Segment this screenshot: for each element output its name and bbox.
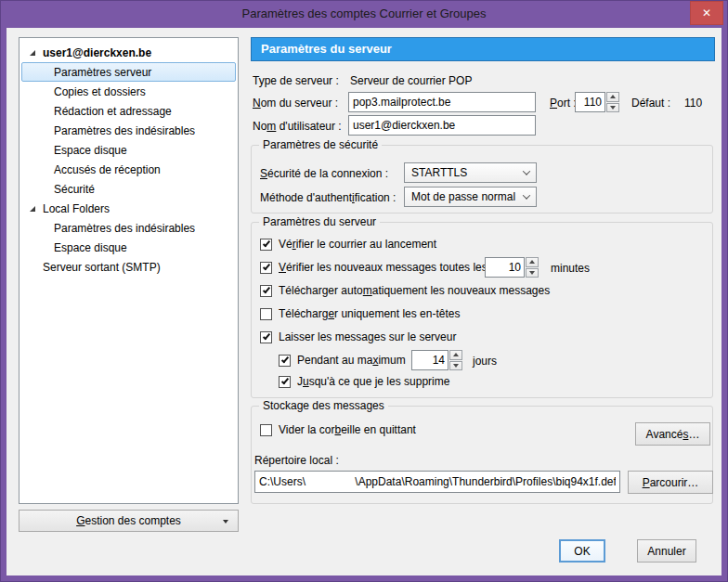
check-icon [262,286,269,294]
server-type-value: Serveur de courrier POP [350,74,472,87]
sidebar-item-label: Rédaction et adressage [54,105,172,118]
verify-at-startup-checkbox[interactable] [260,239,272,251]
arrow-down-icon [610,106,616,112]
leave-on-server-checkbox[interactable] [260,331,272,343]
check-interval-label[interactable]: Vérifier les nouveaux messages toutes le… [279,261,488,274]
message-storage-legend: Stockage des messages [259,399,388,412]
server-name-input[interactable] [348,92,536,112]
sidebar-item-junk-settings[interactable]: Paramètres des indésirables [21,121,236,140]
sidebar-item-disk-space[interactable]: Espace disque [21,140,236,160]
auth-method-label: Méthode d'authentification : [260,191,396,204]
sidebar-item-local-disk-space[interactable]: Espace disque [21,238,236,257]
empty-trash-label[interactable]: Vider la corbeille en quittant [279,423,416,436]
port-default-value: 110 [684,97,702,110]
arrow-up-icon [610,92,616,98]
connection-security-select[interactable]: STARTTLS [404,162,537,183]
arrow-up-icon [529,257,535,264]
sidebar-item-label: Paramètres des indésirables [54,222,195,235]
sidebar-item-label: Espace disque [54,144,127,157]
sidebar-item-account-root[interactable]: user1@dierckxen.be [21,43,236,62]
security-settings-legend: Paramètres de sécurité [259,138,382,151]
advanced-button[interactable]: Avancés… [635,422,710,446]
auto-download-label[interactable]: Télécharger automatiquement les nouveaux… [279,284,550,297]
port-spinner [575,92,619,112]
port-spin-down-button[interactable] [606,103,619,113]
close-icon: ✕ [702,6,711,19]
tree-expander-icon[interactable] [30,206,35,212]
interval-spin-up-button[interactable] [526,257,539,267]
sidebar-item-label: Paramètres des indésirables [54,124,195,137]
check-icon [262,263,269,271]
max-days-spinner [411,350,462,370]
window-title: Paramètres des comptes Courrier et Group… [0,0,728,28]
browse-button-label: Parcourir… [643,476,699,489]
sidebar-item-composition-addressing[interactable]: Rédaction et adressage [21,101,236,121]
check-interval-checkbox[interactable] [260,262,272,274]
max-days-label[interactable]: Pendant au maximum [297,354,406,367]
sidebar-item-copies-folders[interactable]: Copies et dossiers [21,82,236,101]
server-settings-legend: Paramètres du serveur [259,215,380,228]
close-button[interactable]: ✕ [690,1,723,25]
dialog-body: user1@dierckxen.beParamètres serveurCopi… [6,28,722,576]
sidebar-item-return-receipts[interactable]: Accusés de réception [21,160,236,179]
account-actions-button[interactable]: Gestion des comptes [19,510,239,532]
sidebar-item-server-settings[interactable]: Paramètres serveur [21,62,236,82]
until-deleted-label[interactable]: Jusqu'à ce que je les supprime [297,375,449,388]
cancel-button[interactable]: Annuler [637,539,696,563]
days-spin-up-button[interactable] [449,350,462,360]
until-deleted-checkbox[interactable] [279,376,291,388]
max-days-checkbox[interactable] [279,355,291,367]
ok-button[interactable]: OK [559,539,605,563]
check-startup-row: Vérifier le courrier au lancement [260,235,436,253]
chevron-down-icon [523,167,530,175]
sidebar-item-label: Serveur sortant (SMTP) [43,261,161,274]
leave-on-server-label[interactable]: Laisser les messages sur le serveur [279,330,456,343]
sidebar-item-label: Sécurité [54,183,95,196]
check-icon [262,239,269,248]
sidebar-item-local-folders[interactable]: Local Folders [21,199,236,218]
arrow-up-icon [453,350,459,356]
port-input[interactable] [575,92,605,112]
max-days-input[interactable] [411,350,448,370]
account-actions-label: Gestion des comptes [76,514,181,527]
auto-download-checkbox[interactable] [260,285,272,297]
auto-download-row: Télécharger automatiquement les nouveaux… [260,281,550,300]
check-icon [262,332,269,341]
sidebar-item-label: Local Folders [43,202,110,215]
chevron-down-icon [523,191,530,199]
interval-spin-down-button[interactable] [526,268,539,278]
browse-button[interactable]: Parcourir… [628,471,713,494]
server-type-label: Type de serveur : [253,74,339,87]
titlebar: Paramètres des comptes Courrier et Group… [0,0,728,28]
page-title: Paramètres du serveur [251,37,715,61]
verify-at-startup-label[interactable]: Vérifier le courrier au lancement [279,238,436,251]
headers-only-checkbox[interactable] [260,308,272,320]
empty-trash-checkbox[interactable] [260,424,272,436]
arrow-down-icon [453,364,459,370]
headers-only-row: Télécharger uniquement les en-têtes [260,304,460,323]
port-spin-up-button[interactable] [606,92,619,102]
account-settings-dialog: Paramètres des comptes Courrier et Group… [0,0,728,582]
auth-method-select[interactable]: Mot de passe normal [404,187,537,207]
sidebar-item-local-junk-settings[interactable]: Paramètres des indésirables [21,218,236,238]
tree-expander-icon[interactable] [30,50,35,56]
minutes-label: minutes [551,262,590,275]
account-tree: user1@dierckxen.beParamètres serveurCopi… [19,37,239,504]
server-name-label: Nom du serveur : [253,97,338,110]
headers-only-label[interactable]: Télécharger uniquement les en-têtes [279,307,460,320]
check-interval-spinner [485,257,539,278]
sidebar-item-security[interactable]: Sécurité [21,179,236,199]
sidebar-item-outgoing-smtp[interactable]: Serveur sortant (SMTP) [21,257,236,277]
local-directory-input[interactable] [254,471,620,493]
username-input[interactable] [348,115,536,136]
empty-trash-row: Vider la corbeille en quittant [260,420,416,439]
connection-security-value: STARTTLS [411,166,467,179]
days-spin-down-button[interactable] [449,361,462,371]
username-label: Nom d'utilisateur : [253,120,342,133]
sidebar-item-label: Copies et dossiers [54,85,146,98]
check-interval-input[interactable] [485,257,525,278]
connection-security-label: Sécurité de la connexion : [260,167,388,180]
max-days-row: Pendant au maximum [279,351,406,369]
sidebar-item-label: user1@dierckxen.be [43,46,151,59]
arrow-down-icon [529,271,535,278]
